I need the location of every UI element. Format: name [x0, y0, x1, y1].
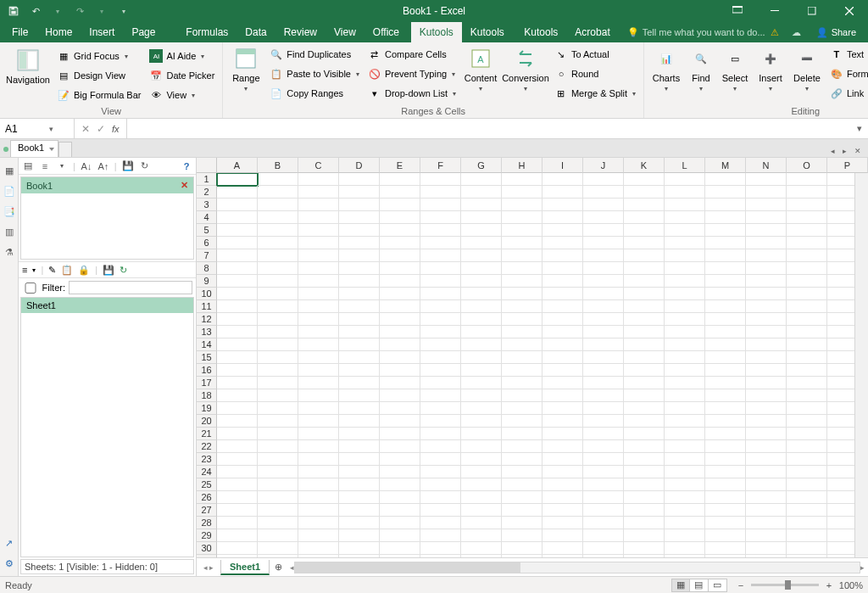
column-header[interactable]: N [746, 158, 787, 173]
cell[interactable] [502, 326, 542, 338]
cell[interactable] [380, 389, 420, 402]
cell[interactable] [461, 338, 502, 351]
cell[interactable] [665, 300, 705, 313]
cell[interactable] [583, 262, 624, 275]
big-formula-bar-button[interactable]: 📝Big Formula Bar [53, 86, 144, 104]
cell[interactable] [583, 491, 624, 504]
cell[interactable] [298, 440, 339, 453]
cell[interactable] [339, 300, 380, 313]
cell[interactable] [217, 300, 258, 313]
cell[interactable] [542, 415, 583, 428]
cell[interactable] [746, 288, 787, 300]
cell[interactable] [583, 377, 624, 389]
copy-ranges-button[interactable]: 📄Copy Ranges [266, 84, 363, 103]
cell[interactable] [420, 338, 461, 351]
cell[interactable] [583, 173, 624, 186]
column-header[interactable]: B [258, 158, 298, 173]
cell[interactable] [583, 542, 624, 555]
cell[interactable] [380, 173, 420, 186]
cell[interactable] [461, 415, 502, 428]
save-icon[interactable] [5, 3, 22, 20]
cell[interactable] [665, 453, 705, 466]
cell[interactable] [746, 249, 787, 262]
cell[interactable] [502, 364, 542, 377]
cell[interactable] [217, 211, 258, 224]
zoom-knob[interactable] [785, 580, 791, 590]
undo-drop-icon[interactable]: ▾ [49, 3, 66, 20]
cell[interactable] [461, 224, 502, 237]
ribbon-options-icon[interactable] [719, 0, 756, 22]
cell[interactable] [380, 224, 420, 237]
row-header[interactable]: 26 [197, 491, 217, 504]
cell[interactable] [502, 389, 542, 402]
cell[interactable] [298, 275, 339, 288]
cell[interactable] [583, 338, 624, 351]
cell[interactable] [746, 478, 787, 491]
cell[interactable] [542, 491, 583, 504]
cell[interactable] [665, 249, 705, 262]
new-sheet-button[interactable]: ⊕ [270, 562, 287, 573]
cell[interactable] [624, 377, 665, 389]
row-header[interactable]: 6 [197, 237, 217, 249]
cell[interactable] [339, 453, 380, 466]
cell[interactable] [705, 453, 746, 466]
cell[interactable] [542, 478, 583, 491]
nav-mid-rename-icon[interactable]: ✎ [48, 265, 56, 276]
cell[interactable] [420, 440, 461, 453]
cell[interactable] [665, 199, 705, 211]
page-break-view-icon[interactable]: ▭ [709, 579, 727, 592]
cell[interactable] [502, 402, 542, 415]
cell[interactable] [420, 529, 461, 542]
cell[interactable] [298, 300, 339, 313]
cell[interactable] [298, 186, 339, 199]
cell[interactable] [380, 453, 420, 466]
cell[interactable] [339, 262, 380, 275]
row-header[interactable]: 24 [197, 466, 217, 478]
cancel-fx-icon[interactable]: ✕ [81, 123, 90, 135]
row-header[interactable]: 12 [197, 313, 217, 326]
cell[interactable] [339, 351, 380, 364]
cell[interactable] [420, 326, 461, 338]
cell[interactable] [502, 249, 542, 262]
cell[interactable] [665, 466, 705, 478]
cell[interactable] [298, 529, 339, 542]
cell[interactable] [217, 478, 258, 491]
column-header[interactable]: G [461, 158, 502, 173]
cell[interactable] [746, 224, 787, 237]
cell[interactable] [787, 453, 827, 466]
cell[interactable] [298, 313, 339, 326]
nav-mid-refresh-icon[interactable]: ↻ [120, 265, 127, 276]
zoom-level[interactable]: 100% [839, 580, 863, 590]
cell[interactable] [665, 288, 705, 300]
cell[interactable] [298, 542, 339, 555]
cell[interactable] [502, 466, 542, 478]
cell[interactable] [298, 249, 339, 262]
cell[interactable] [420, 389, 461, 402]
cell[interactable] [787, 249, 827, 262]
cell[interactable] [380, 288, 420, 300]
cell[interactable] [624, 415, 665, 428]
tab-insert[interactable]: Insert [81, 22, 123, 42]
cell[interactable] [217, 491, 258, 504]
cell[interactable] [298, 517, 339, 529]
cell[interactable] [583, 478, 624, 491]
cell[interactable] [665, 555, 705, 557]
cell[interactable] [624, 529, 665, 542]
cell[interactable] [705, 555, 746, 557]
cell[interactable] [339, 313, 380, 326]
cell[interactable] [339, 237, 380, 249]
cell[interactable] [746, 211, 787, 224]
cell[interactable] [787, 428, 827, 440]
tab-kutools-plus[interactable]: Kutools Plus [462, 22, 516, 42]
new-workbook-tab[interactable] [58, 142, 72, 157]
cell[interactable] [665, 237, 705, 249]
column-header[interactable]: H [502, 158, 542, 173]
cell[interactable] [624, 249, 665, 262]
cell[interactable] [461, 440, 502, 453]
cell[interactable] [258, 517, 298, 529]
cell[interactable] [787, 173, 827, 186]
cell[interactable] [705, 351, 746, 364]
tell-me-search[interactable]: 💡 Tell me what you want to do... [627, 27, 765, 38]
rail-advanced-icon[interactable]: ⚗ [2, 244, 17, 260]
cell[interactable] [502, 491, 542, 504]
